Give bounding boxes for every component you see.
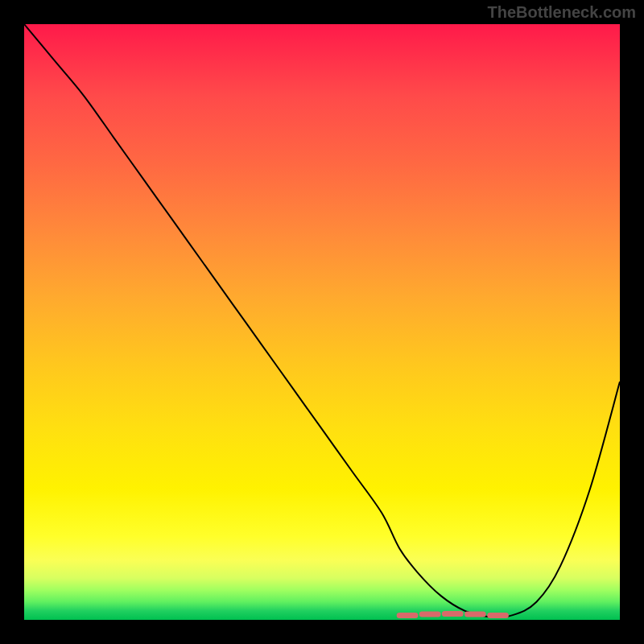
optimal-range-marker xyxy=(399,614,506,616)
chart-svg xyxy=(24,24,620,620)
bottleneck-curve-line xyxy=(24,24,620,617)
watermark-text: TheBottleneck.com xyxy=(488,3,636,22)
plot-area xyxy=(24,24,620,620)
